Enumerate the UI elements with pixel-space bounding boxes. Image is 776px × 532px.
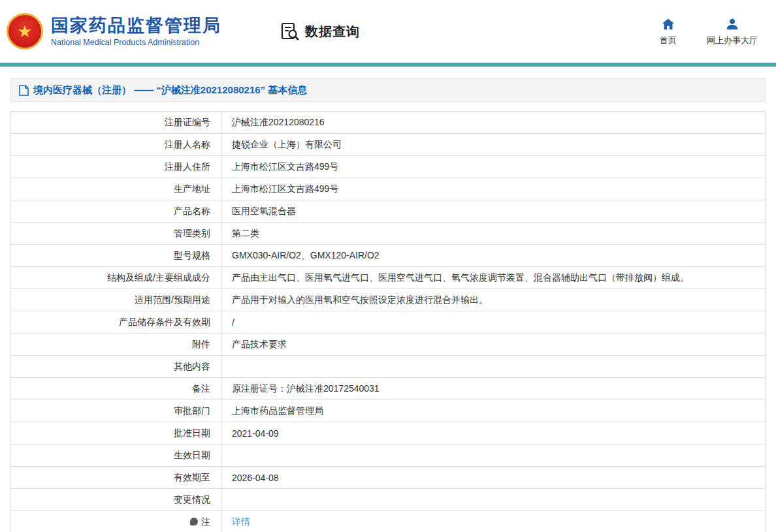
site-logo[interactable]: ★ 国家药品监督管理局 National Medical Products Ad… — [7, 13, 221, 50]
row-label: 其他内容 — [11, 356, 221, 378]
table-row: 产品名称医用空氧混合器 — [11, 200, 766, 223]
row-label: 管理类别 — [11, 223, 221, 245]
row-value: 2026-04-08 — [221, 467, 766, 489]
national-emblem-icon: ★ — [7, 13, 43, 50]
row-value — [221, 356, 766, 378]
row-label: 产品名称 — [11, 200, 221, 223]
table-row: 注册人住所上海市松江区文吉路499号 — [11, 156, 766, 178]
table-row: 生效日期 — [11, 445, 766, 467]
row-label: 适用范围/预期用途 — [11, 289, 221, 311]
table-row: 批准日期2021-04-09 — [11, 422, 766, 445]
document-icon — [19, 85, 29, 96]
table-row: 审批部门上海市药品监督管理局 — [11, 400, 766, 422]
row-value — [221, 489, 766, 511]
top-nav: 首页 网上办事大厅 — [660, 17, 758, 46]
row-label: 生效日期 — [11, 445, 221, 467]
star-icon: ★ — [17, 23, 32, 40]
home-icon — [661, 17, 675, 31]
table-row: 注册证编号沪械注准20212080216 — [11, 112, 766, 134]
page-title: 境内医疗器械（注册） —— “沪械注准20212080216” 基本信息 — [33, 84, 307, 97]
row-label: 型号规格 — [11, 245, 221, 267]
row-label: 注册人名称 — [11, 134, 221, 156]
registration-info-table: 注册证编号沪械注准20212080216注册人名称捷锐企业（上海）有限公司注册人… — [10, 111, 766, 532]
row-value: 第二类 — [221, 223, 766, 245]
logo-text: 国家药品监督管理局 National Medical Products Admi… — [51, 16, 221, 47]
section-title-bar: 境内医疗器械（注册） —— “沪械注准20212080216” 基本信息 — [10, 78, 766, 102]
org-name-cn: 国家药品监督管理局 — [51, 16, 221, 36]
table-row: 产品储存条件及有效期/ — [11, 311, 766, 334]
row-value — [221, 445, 766, 467]
row-value: GMX030-AIR/O2、GMX120-AIR/O2 — [221, 245, 766, 267]
table-row: 附件产品技术要求 — [11, 334, 766, 356]
row-value: 上海市松江区文吉路499号 — [221, 156, 766, 178]
row-label: 有效期至 — [11, 467, 221, 489]
org-name-en: National Medical Products Administration — [51, 38, 221, 47]
row-value: 产品技术要求 — [221, 334, 766, 356]
row-label: 生产地址 — [11, 178, 221, 200]
nav-item-home[interactable]: 首页 — [660, 17, 677, 46]
teal-divider — [0, 63, 776, 67]
table-row: 生产地址上海市松江区文吉路499号 — [11, 178, 766, 200]
row-value: 医用空氧混合器 — [221, 200, 766, 223]
row-label: 注 — [11, 511, 221, 532]
data-query-heading: 数据查询 — [280, 22, 360, 41]
row-label: 注册证编号 — [11, 112, 221, 134]
row-value: 原注册证号：沪械注准20172540031 — [221, 378, 766, 400]
row-label: 结构及组成/主要组成成分 — [11, 267, 221, 289]
row-label: 注册人住所 — [11, 156, 221, 178]
table-row: 结构及组成/主要组成成分产品由主出气口、医用氧气进气口、医用空气进气口、氧气浓度… — [11, 267, 766, 289]
row-value: 详情 — [221, 511, 766, 532]
table-row: 变更情况 — [11, 489, 766, 511]
row-label: 附件 — [11, 334, 221, 356]
nav-label: 首页 — [660, 35, 677, 46]
info-table-body: 注册证编号沪械注准20212080216注册人名称捷锐企业（上海）有限公司注册人… — [11, 112, 766, 532]
note-icon — [190, 518, 198, 525]
row-value: / — [221, 311, 766, 334]
table-row: 型号规格GMX030-AIR/O2、GMX120-AIR/O2 — [11, 245, 766, 267]
detail-link[interactable]: 详情 — [232, 516, 250, 527]
row-value: 捷锐企业（上海）有限公司 — [221, 134, 766, 156]
data-query-icon — [280, 22, 300, 41]
row-value: 沪械注准20212080216 — [221, 112, 766, 134]
top-header: ★ 国家药品监督管理局 National Medical Products Ad… — [0, 0, 776, 63]
nav-label: 网上办事大厅 — [707, 35, 758, 46]
table-row: 注详情 — [11, 511, 766, 532]
user-icon — [725, 17, 739, 31]
nav-item-service-hall[interactable]: 网上办事大厅 — [707, 17, 758, 46]
row-value: 2021-04-09 — [221, 422, 766, 445]
table-row: 有效期至2026-04-08 — [11, 467, 766, 489]
row-label: 变更情况 — [11, 489, 221, 511]
data-query-label: 数据查询 — [305, 23, 360, 40]
table-row: 备注原注册证号：沪械注准20172540031 — [11, 378, 766, 400]
table-row: 管理类别第二类 — [11, 223, 766, 245]
row-label: 批准日期 — [11, 422, 221, 445]
table-row: 注册人名称捷锐企业（上海）有限公司 — [11, 134, 766, 156]
row-label: 审批部门 — [11, 400, 221, 422]
row-value: 产品用于对输入的医用氧和空气按照设定浓度进行混合并输出。 — [221, 289, 766, 311]
table-row: 其他内容 — [11, 356, 766, 378]
row-label: 备注 — [11, 378, 221, 400]
row-value: 产品由主出气口、医用氧气进气口、医用空气进气口、氧气浓度调节装置、混合器辅助出气… — [221, 267, 766, 289]
table-row: 适用范围/预期用途产品用于对输入的医用氧和空气按照设定浓度进行混合并输出。 — [11, 289, 766, 311]
row-value: 上海市松江区文吉路499号 — [221, 178, 766, 200]
row-label: 产品储存条件及有效期 — [11, 311, 221, 334]
row-value: 上海市药品监督管理局 — [221, 400, 766, 422]
